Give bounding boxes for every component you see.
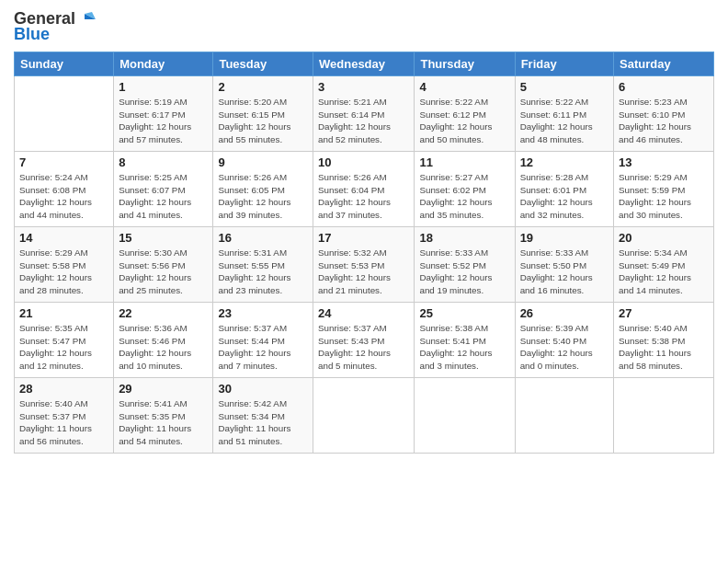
day-info: Sunrise: 5:37 AM Sunset: 5:43 PM Dayligh… — [318, 322, 409, 373]
day-info: Sunrise: 5:22 AM Sunset: 6:11 PM Dayligh… — [520, 96, 609, 146]
day-info: Sunrise: 5:34 AM Sunset: 5:49 PM Dayligh… — [619, 247, 709, 297]
day-of-week-header: Tuesday — [213, 52, 313, 76]
calendar-day-cell: 1Sunrise: 5:19 AM Sunset: 6:17 PM Daylig… — [114, 76, 213, 152]
day-info: Sunrise: 5:38 AM Sunset: 5:41 PM Dayligh… — [419, 322, 509, 373]
calendar-day-cell: 5Sunrise: 5:22 AM Sunset: 6:11 PM Daylig… — [515, 76, 613, 152]
calendar-day-cell: 24Sunrise: 5:37 AM Sunset: 5:43 PM Dayli… — [313, 303, 415, 378]
calendar-day-cell — [313, 378, 415, 454]
day-number: 23 — [218, 306, 308, 320]
day-number: 22 — [119, 306, 208, 320]
main-container: General Blue SundayMondayTuesdayWednesda… — [0, 0, 728, 463]
day-number: 24 — [318, 306, 409, 320]
day-number: 13 — [619, 155, 709, 169]
day-number: 1 — [119, 80, 208, 94]
calendar-day-cell: 17Sunrise: 5:32 AM Sunset: 5:53 PM Dayli… — [313, 227, 415, 303]
day-info: Sunrise: 5:42 AM Sunset: 5:34 PM Dayligh… — [218, 397, 308, 448]
calendar-day-cell: 18Sunrise: 5:33 AM Sunset: 5:52 PM Dayli… — [415, 227, 515, 303]
day-info: Sunrise: 5:26 AM Sunset: 6:05 PM Dayligh… — [218, 171, 308, 222]
day-number: 29 — [119, 382, 208, 396]
day-number: 3 — [318, 80, 409, 94]
day-info: Sunrise: 5:25 AM Sunset: 6:07 PM Dayligh… — [119, 171, 208, 222]
calendar-day-cell: 3Sunrise: 5:21 AM Sunset: 6:14 PM Daylig… — [313, 76, 415, 152]
day-info: Sunrise: 5:39 AM Sunset: 5:40 PM Dayligh… — [520, 322, 609, 373]
day-number: 10 — [318, 155, 409, 169]
day-info: Sunrise: 5:40 AM Sunset: 5:38 PM Dayligh… — [619, 322, 709, 373]
calendar-day-cell — [415, 378, 515, 454]
calendar-day-cell: 4Sunrise: 5:22 AM Sunset: 6:12 PM Daylig… — [415, 76, 515, 152]
day-info: Sunrise: 5:31 AM Sunset: 5:55 PM Dayligh… — [218, 247, 308, 297]
calendar-day-cell: 19Sunrise: 5:33 AM Sunset: 5:50 PM Dayli… — [515, 227, 613, 303]
day-number: 9 — [218, 155, 308, 169]
day-number: 5 — [520, 80, 609, 94]
day-of-week-header: Friday — [515, 52, 613, 76]
calendar-day-cell: 28Sunrise: 5:40 AM Sunset: 5:37 PM Dayli… — [15, 378, 114, 454]
day-info: Sunrise: 5:37 AM Sunset: 5:44 PM Dayligh… — [218, 322, 308, 373]
logo-bird-icon — [77, 10, 96, 29]
day-number: 27 — [619, 306, 709, 320]
calendar-day-cell: 29Sunrise: 5:41 AM Sunset: 5:35 PM Dayli… — [114, 378, 213, 454]
calendar-day-cell: 6Sunrise: 5:23 AM Sunset: 6:10 PM Daylig… — [614, 76, 714, 152]
day-of-week-header: Sunday — [15, 52, 114, 76]
day-info: Sunrise: 5:36 AM Sunset: 5:46 PM Dayligh… — [119, 322, 208, 373]
day-of-week-header: Monday — [114, 52, 213, 76]
calendar-day-cell: 8Sunrise: 5:25 AM Sunset: 6:07 PM Daylig… — [114, 152, 213, 227]
calendar-week-row: 21Sunrise: 5:35 AM Sunset: 5:47 PM Dayli… — [15, 303, 714, 378]
calendar-day-cell — [15, 76, 114, 152]
day-number: 12 — [520, 155, 609, 169]
day-info: Sunrise: 5:27 AM Sunset: 6:02 PM Dayligh… — [419, 171, 509, 222]
day-number: 26 — [520, 306, 609, 320]
calendar-day-cell — [515, 378, 613, 454]
calendar-day-cell: 27Sunrise: 5:40 AM Sunset: 5:38 PM Dayli… — [614, 303, 714, 378]
day-info: Sunrise: 5:29 AM Sunset: 5:59 PM Dayligh… — [619, 171, 709, 222]
day-number: 21 — [19, 306, 108, 320]
day-number: 14 — [19, 231, 108, 245]
calendar-table: SundayMondayTuesdayWednesdayThursdayFrid… — [14, 52, 714, 454]
day-of-week-header: Thursday — [415, 52, 515, 76]
calendar-day-cell: 22Sunrise: 5:36 AM Sunset: 5:46 PM Dayli… — [114, 303, 213, 378]
day-info: Sunrise: 5:40 AM Sunset: 5:37 PM Dayligh… — [19, 397, 108, 448]
calendar-day-cell: 2Sunrise: 5:20 AM Sunset: 6:15 PM Daylig… — [213, 76, 313, 152]
day-info: Sunrise: 5:35 AM Sunset: 5:47 PM Dayligh… — [19, 322, 108, 373]
logo-blue: Blue — [14, 25, 50, 44]
day-info: Sunrise: 5:32 AM Sunset: 5:53 PM Dayligh… — [318, 247, 409, 297]
calendar-week-row: 1Sunrise: 5:19 AM Sunset: 6:17 PM Daylig… — [15, 76, 714, 152]
logo: General Blue — [14, 9, 96, 44]
day-number: 25 — [419, 306, 509, 320]
day-number: 20 — [619, 231, 709, 245]
day-info: Sunrise: 5:23 AM Sunset: 6:10 PM Dayligh… — [619, 96, 709, 146]
calendar-day-cell: 15Sunrise: 5:30 AM Sunset: 5:56 PM Dayli… — [114, 227, 213, 303]
calendar-day-cell: 12Sunrise: 5:28 AM Sunset: 6:01 PM Dayli… — [515, 152, 613, 227]
calendar-week-row: 14Sunrise: 5:29 AM Sunset: 5:58 PM Dayli… — [15, 227, 714, 303]
calendar-day-cell: 9Sunrise: 5:26 AM Sunset: 6:05 PM Daylig… — [213, 152, 313, 227]
calendar-day-cell: 7Sunrise: 5:24 AM Sunset: 6:08 PM Daylig… — [15, 152, 114, 227]
day-number: 15 — [119, 231, 208, 245]
day-number: 30 — [218, 382, 308, 396]
day-number: 11 — [419, 155, 509, 169]
day-number: 2 — [218, 80, 308, 94]
calendar-day-cell: 26Sunrise: 5:39 AM Sunset: 5:40 PM Dayli… — [515, 303, 613, 378]
logo-text-block: General Blue — [14, 9, 96, 44]
day-info: Sunrise: 5:21 AM Sunset: 6:14 PM Dayligh… — [318, 96, 409, 146]
calendar-day-cell — [614, 378, 714, 454]
header: General Blue — [14, 9, 714, 44]
calendar-day-cell: 25Sunrise: 5:38 AM Sunset: 5:41 PM Dayli… — [415, 303, 515, 378]
calendar-day-cell: 11Sunrise: 5:27 AM Sunset: 6:02 PM Dayli… — [415, 152, 515, 227]
day-info: Sunrise: 5:29 AM Sunset: 5:58 PM Dayligh… — [19, 247, 108, 297]
day-number: 7 — [19, 155, 108, 169]
calendar-day-cell: 10Sunrise: 5:26 AM Sunset: 6:04 PM Dayli… — [313, 152, 415, 227]
calendar-day-cell: 23Sunrise: 5:37 AM Sunset: 5:44 PM Dayli… — [213, 303, 313, 378]
day-of-week-header: Wednesday — [313, 52, 415, 76]
day-number: 18 — [419, 231, 509, 245]
day-info: Sunrise: 5:19 AM Sunset: 6:17 PM Dayligh… — [119, 96, 208, 146]
calendar-day-cell: 13Sunrise: 5:29 AM Sunset: 5:59 PM Dayli… — [614, 152, 714, 227]
calendar-day-cell: 16Sunrise: 5:31 AM Sunset: 5:55 PM Dayli… — [213, 227, 313, 303]
day-info: Sunrise: 5:41 AM Sunset: 5:35 PM Dayligh… — [119, 397, 208, 448]
day-of-week-header: Saturday — [614, 52, 714, 76]
day-info: Sunrise: 5:28 AM Sunset: 6:01 PM Dayligh… — [520, 171, 609, 222]
calendar-day-cell: 30Sunrise: 5:42 AM Sunset: 5:34 PM Dayli… — [213, 378, 313, 454]
day-info: Sunrise: 5:26 AM Sunset: 6:04 PM Dayligh… — [318, 171, 409, 222]
day-number: 28 — [19, 382, 108, 396]
day-number: 19 — [520, 231, 609, 245]
day-info: Sunrise: 5:22 AM Sunset: 6:12 PM Dayligh… — [419, 96, 509, 146]
day-number: 6 — [619, 80, 709, 94]
